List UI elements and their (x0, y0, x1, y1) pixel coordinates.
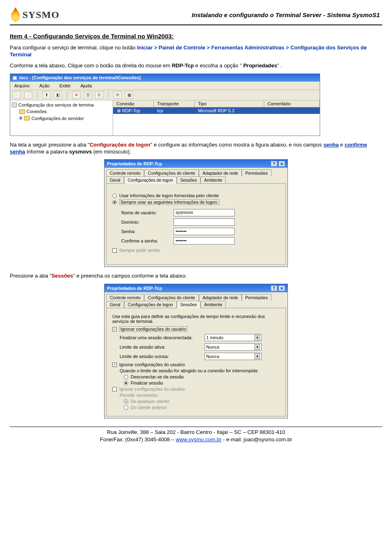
dialog-titlebar: Propriedades de RDP-Tcp ? ✕ (105, 284, 287, 292)
forward-button[interactable]: → (24, 91, 32, 99)
col-tipo[interactable]: Tipo (195, 100, 264, 107)
tab-name: Sessões (51, 273, 73, 279)
checkbox-always-ask: Sempre pedir senha (112, 248, 280, 253)
tree-config-servidor[interactable]: ⊞ Configurações do servidor (12, 115, 111, 122)
checkbox-ignore-user-1[interactable]: ✓ Ignorar configurações do usuário (112, 326, 280, 332)
tscc-window: ▣ tscc - [Configuração dos serviços de t… (10, 73, 320, 136)
list-header[interactable]: Conexão Transporte Tipo Comentário (113, 100, 320, 107)
menu-acao[interactable]: Ação (35, 82, 55, 89)
tab-config-cliente[interactable]: Configurações do cliente (144, 294, 199, 301)
dialog-body: Usar informações de logon fornecidas pel… (106, 183, 286, 265)
tab-permissoes[interactable]: Permissões (242, 169, 272, 176)
tab-adaptador[interactable]: Adaptador de rede (199, 294, 242, 301)
checkbox-ignore-user-2[interactable]: ✓ Ignorar configurações do usuário (112, 362, 280, 367)
input-username[interactable]: sysmovs (174, 209, 235, 216)
tab-permissoes[interactable]: Permissões (242, 294, 272, 301)
help-button[interactable]: ? (271, 285, 277, 291)
text: informe a palavra (25, 149, 69, 155)
footer-link[interactable]: www.sysmo.com.br (176, 436, 221, 443)
text: e (339, 142, 345, 148)
text: Na tela a seguir pressione a aba " (10, 142, 89, 148)
list-row-rdp[interactable]: 🖥 RDP-Tcp tcp Microsoft RDP 5.2 (113, 107, 320, 114)
close-button[interactable]: ✕ (278, 285, 285, 291)
menu-exibir[interactable]: Exibir (55, 82, 76, 89)
sub-intro-text: Quando o limite de sessão for atingido o… (120, 368, 280, 373)
input-confirm-password[interactable]: ••••••• (174, 237, 235, 245)
delete-button[interactable]: ✕ (72, 91, 80, 99)
radio-icon (124, 399, 128, 404)
help-button[interactable]: ▦ (125, 91, 133, 99)
flame-icon (10, 7, 21, 22)
radio-prev-client: Do cliente anterior (124, 405, 280, 410)
tab-controle-remoto[interactable]: Controle remoto (106, 294, 144, 301)
export-button[interactable]: ⎘ (95, 91, 103, 99)
radio-always-use[interactable]: Sempre usar as seguintes informações de … (112, 199, 280, 205)
tab-geral[interactable]: Geral (106, 176, 124, 183)
dropdown-icon: ▾ (254, 344, 260, 350)
checkbox-icon: ✓ (112, 327, 117, 331)
tree-conexoes[interactable]: Conexões (12, 108, 111, 115)
cell-tipo: Microsoft RDP 5.2 (195, 107, 264, 114)
logon-form: Nome de usuário: sysmovs Domínio: Senha:… (121, 209, 280, 245)
label-idle-limit: Limite de sessão ociosa: (120, 354, 201, 359)
tab-controle-remoto[interactable]: Controle remoto (106, 169, 144, 176)
select-active-limit[interactable]: Nunca▾ (205, 343, 262, 351)
radio-client-info[interactable]: Usar informações de logon fornecidas pel… (112, 193, 280, 198)
radio-disconnect[interactable]: Desconectar-se da sessão (124, 374, 280, 379)
paragraph-1: Para configurar o serviço de terminal, c… (10, 44, 382, 58)
input-domain[interactable] (174, 218, 235, 226)
folder-icon (24, 116, 30, 120)
path-painel: Painel de Controle (159, 44, 205, 51)
input-password[interactable]: ••••••• (174, 228, 235, 235)
tscc-toolbar: ← → ⬆ ◧ ✕ ☰ ⎘ ⟳ ▦ (10, 90, 320, 100)
text: " e configure as informações como mostra… (150, 142, 323, 148)
checkbox-label: Ignorar configurações do usuário (119, 362, 185, 367)
tab-ambiente[interactable]: Ambiente (200, 301, 226, 308)
rdp-tcp-text: RDP-Tcp (172, 62, 194, 69)
col-comentario[interactable]: Comentário (264, 100, 320, 107)
tab-sessoes[interactable]: Sessões (177, 301, 200, 308)
col-transporte[interactable]: Transporte (154, 100, 195, 107)
tree-panel[interactable]: Configuração dos serviços de termina Con… (10, 100, 113, 136)
tab-config-logon[interactable]: Configurações de logon (124, 176, 177, 184)
cell-conexao: RDP-Tcp (122, 108, 140, 113)
show-hide-button[interactable]: ◧ (54, 91, 62, 99)
tab-sessoes[interactable]: Sessões (177, 176, 200, 183)
dialog-sessoes: Propriedades de RDP-Tcp ? ✕ Controle rem… (104, 284, 288, 418)
cell-comentario (264, 107, 320, 114)
select-value: Nunca (206, 354, 219, 359)
refresh-button[interactable]: ⟳ (114, 91, 122, 99)
help-button[interactable]: ? (271, 161, 277, 167)
select-end-disconnected[interactable]: 1 minuto▾ (205, 334, 262, 341)
up-button[interactable]: ⬆ (42, 91, 51, 99)
back-button[interactable]: ← (13, 91, 21, 99)
tab-adaptador[interactable]: Adaptador de rede (199, 169, 242, 176)
radio-icon (112, 193, 117, 198)
tabs-back-row: Controle remoto Configurações do cliente… (105, 292, 287, 301)
dialog-logon: Propriedades de RDP-Tcp ? ✕ Controle rem… (104, 159, 288, 267)
label-end-disconnected: Finalizar uma sessão desconectada: (120, 335, 201, 340)
console-icon (12, 102, 17, 107)
col-conexao[interactable]: Conexão (113, 100, 154, 107)
menu-arquivo[interactable]: Arquivo (10, 82, 35, 89)
properties-button[interactable]: ☰ (84, 91, 92, 99)
tscc-menubar[interactable]: Arquivo Ação Exibir Ajuda (10, 82, 320, 90)
select-idle-limit[interactable]: Nunca▾ (205, 353, 262, 360)
label-active-limit: Limite da sessão ativa: (120, 345, 201, 349)
tab-config-logon[interactable]: Configurações de logon (124, 301, 177, 308)
sep: > (286, 44, 290, 51)
tab-config-cliente[interactable]: Configurações do cliente (144, 169, 199, 176)
propriedades-text: Propriedades (243, 62, 277, 69)
tree-root[interactable]: Configuração dos serviços de termina (12, 102, 111, 109)
radio-label: Usar informações de logon fornecidas pel… (119, 193, 219, 198)
radio-label: Do cliente anterior (131, 405, 167, 410)
menu-ajuda[interactable]: Ajuda (76, 82, 98, 89)
tab-geral[interactable]: Geral (106, 301, 124, 308)
dialog-titlebar: Propriedades de RDP-Tcp ? ✕ (105, 160, 287, 168)
checkbox-label: Ignorar configurações do usuário (119, 387, 185, 391)
tab-ambiente[interactable]: Ambiente (200, 176, 226, 183)
close-button[interactable]: ✕ (278, 161, 285, 167)
radio-end-session[interactable]: Finalizar sessão (124, 380, 280, 385)
tscc-title-text: tscc - [Configuração dos serviços de ter… (19, 75, 141, 80)
tscc-titlebar: ▣ tscc - [Configuração dos serviços de t… (10, 74, 320, 82)
